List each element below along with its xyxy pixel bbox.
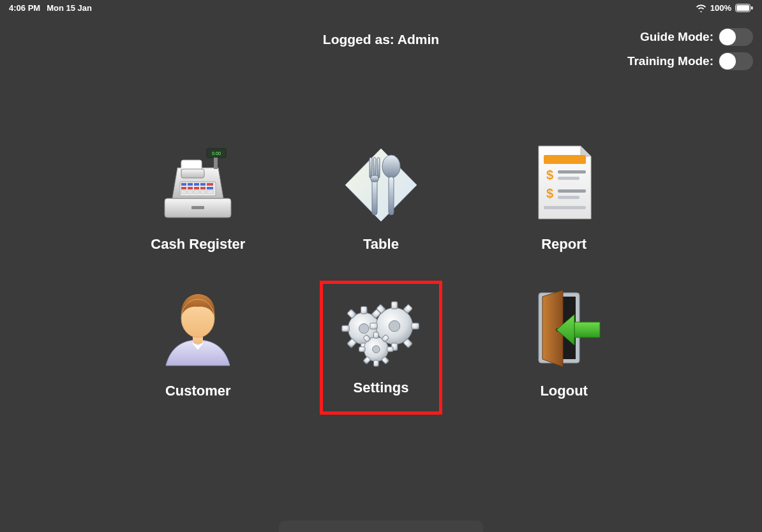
logout-icon — [516, 281, 612, 376]
battery-icon — [735, 4, 753, 12]
guide-mode-toggle[interactable] — [719, 28, 753, 46]
svg-rect-34 — [544, 155, 586, 164]
svg-rect-68 — [373, 360, 378, 367]
svg-rect-11 — [181, 187, 186, 189]
table-label: Table — [363, 236, 399, 253]
logout-tile[interactable]: Logout — [500, 281, 628, 415]
svg-rect-60 — [412, 323, 419, 329]
cash-register-icon: 0.00 — [150, 134, 246, 230]
svg-text:$: $ — [546, 168, 553, 182]
status-bar: 4:06 PM Mon 15 Jan 100% — [0, 0, 762, 15]
svg-rect-13 — [194, 187, 199, 189]
svg-rect-31 — [371, 175, 378, 182]
svg-point-66 — [373, 346, 380, 353]
svg-rect-19 — [200, 191, 205, 193]
guide-mode-row: Guide Mode: — [627, 28, 753, 46]
svg-rect-38 — [558, 177, 579, 180]
svg-rect-40 — [558, 196, 579, 199]
svg-rect-7 — [188, 183, 193, 186]
customer-label: Customer — [165, 383, 231, 399]
svg-rect-22 — [181, 169, 204, 178]
svg-rect-37 — [558, 170, 586, 174]
settings-tile[interactable]: Settings — [320, 281, 442, 415]
logged-as-label: Logged as: Admin — [323, 32, 439, 47]
svg-text:0.00: 0.00 — [213, 151, 221, 156]
svg-rect-15 — [207, 187, 213, 189]
svg-rect-1 — [736, 5, 749, 11]
table-icon — [333, 134, 429, 230]
report-tile[interactable]: $ $ Report — [500, 134, 628, 268]
svg-rect-10 — [207, 183, 213, 186]
svg-rect-18 — [194, 191, 199, 193]
svg-rect-8 — [194, 183, 199, 186]
svg-rect-30 — [377, 158, 380, 178]
logout-label: Logout — [540, 383, 588, 399]
settings-label: Settings — [354, 380, 409, 396]
svg-rect-27 — [372, 179, 377, 215]
svg-rect-69 — [359, 347, 366, 352]
wifi-icon — [696, 4, 706, 12]
svg-rect-9 — [200, 183, 205, 186]
svg-point-56 — [389, 321, 400, 332]
svg-point-46 — [359, 323, 369, 333]
guide-mode-label: Guide Mode: — [640, 30, 713, 44]
svg-rect-67 — [373, 332, 378, 339]
report-icon: $ $ — [516, 134, 612, 230]
svg-marker-26 — [345, 149, 417, 221]
logged-as-user: Admin — [398, 32, 439, 47]
customer-icon — [150, 281, 246, 376]
logged-as-prefix: Logged as: — [323, 32, 398, 47]
svg-rect-59 — [370, 323, 377, 329]
status-date: Mon 15 Jan — [47, 3, 92, 13]
cash-register-tile[interactable]: 0.00 Cash Register — [134, 134, 262, 268]
svg-rect-49 — [342, 325, 349, 332]
svg-text:$: $ — [546, 186, 553, 200]
svg-rect-41 — [544, 206, 586, 209]
table-tile[interactable]: Table — [317, 134, 445, 268]
status-battery-pct: 100% — [710, 3, 731, 13]
report-label: Report — [541, 236, 586, 253]
svg-rect-20 — [207, 191, 213, 193]
training-mode-toggle[interactable] — [719, 52, 753, 70]
svg-point-32 — [382, 155, 400, 178]
header-area: Logged as: Admin Guide Mode: Training Mo… — [0, 15, 762, 73]
svg-rect-47 — [361, 307, 367, 314]
svg-rect-6 — [181, 183, 186, 186]
training-mode-row: Training Mode: — [627, 52, 753, 70]
svg-rect-57 — [391, 302, 398, 309]
svg-rect-39 — [558, 189, 586, 193]
svg-rect-70 — [387, 347, 394, 352]
svg-rect-12 — [188, 187, 193, 189]
status-time: 4:06 PM — [9, 3, 40, 13]
svg-rect-33 — [389, 177, 394, 215]
svg-rect-16 — [181, 191, 186, 193]
svg-rect-17 — [188, 191, 193, 193]
settings-icon — [336, 284, 426, 373]
svg-rect-28 — [370, 158, 372, 178]
bottom-home-indicator-area — [279, 521, 483, 532]
svg-rect-14 — [200, 187, 205, 189]
cash-register-label: Cash Register — [151, 236, 245, 253]
training-mode-label: Training Mode: — [627, 54, 713, 68]
main-menu-grid: 0.00 Cash Register — [119, 134, 643, 415]
svg-rect-29 — [373, 158, 376, 178]
svg-rect-25 — [214, 158, 218, 169]
customer-tile[interactable]: Customer — [134, 281, 262, 415]
svg-rect-2 — [751, 6, 753, 10]
svg-rect-78 — [574, 322, 600, 337]
svg-rect-4 — [191, 206, 204, 209]
